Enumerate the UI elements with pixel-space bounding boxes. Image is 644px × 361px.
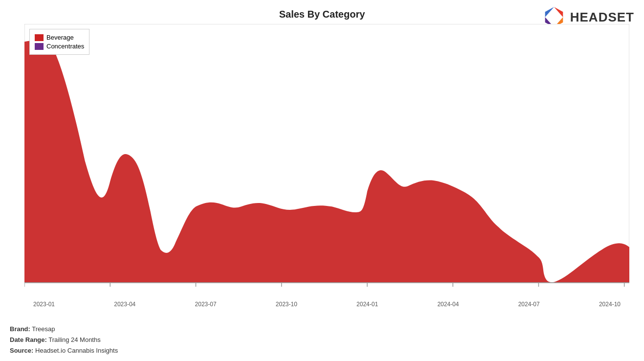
chart-area: Beverage Concentrates [24,24,629,298]
legend-label-concentrates: Concentrates [46,43,84,50]
source-label: Source: [10,347,33,354]
brand-label: Brand: [10,325,30,333]
x-label-2: 2023-07 [186,301,225,308]
legend-item-concentrates: Concentrates [35,43,84,50]
svg-rect-2 [558,18,560,21]
date-range-label: Date Range: [10,336,47,343]
x-label-3: 2023-10 [267,301,306,308]
x-label-6: 2024-07 [510,301,549,308]
source-value: Headset.io Cannabis Insights [35,347,118,354]
legend-color-concentrates [35,43,44,50]
legend-label-beverage: Beverage [46,34,74,41]
x-label-1: 2023-04 [105,301,144,308]
footer-source: Source: Headset.io Cannabis Insights [10,345,118,356]
x-label-7: 2024-10 [590,301,629,308]
x-label-4: 2024-01 [348,301,387,308]
footer-date-range: Date Range: Trailing 24 Months [10,335,118,345]
chart-footer: Brand: Treesap Date Range: Trailing 24 M… [10,324,118,356]
page-container: HEADSET Sales By Category Beverage Conce… [0,0,644,361]
x-label-0: 2023-01 [24,301,64,308]
date-range-value: Trailing 24 Months [48,336,100,343]
svg-rect-1 [548,18,550,21]
x-axis-labels: 2023-01 2023-04 2023-07 2023-10 2024-01 … [24,298,629,308]
area-chart-svg [24,24,629,298]
brand-value: Treesap [32,325,55,333]
footer-brand: Brand: Treesap [10,324,118,335]
logo-text: HEADSET [570,10,634,25]
x-label-5: 2024-04 [428,301,467,308]
chart-legend: Beverage Concentrates [29,29,89,55]
legend-item-beverage: Beverage [35,34,84,41]
legend-color-beverage [35,34,44,41]
